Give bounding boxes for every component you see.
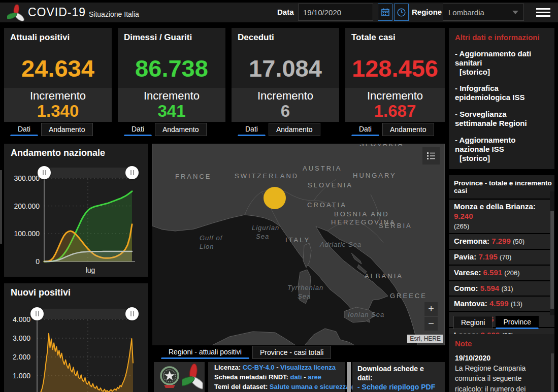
range-slider-handle-right[interactable] <box>125 166 139 179</box>
card-title: Attuali positivi <box>4 28 112 43</box>
tab-province-casi-totali[interactable]: Province - casi totali <box>252 346 331 359</box>
link-aggiornamento-nazionale-iss[interactable]: - Aggiornamento nazionale ISS <box>455 136 548 154</box>
link-storico[interactable]: [storico] <box>455 68 548 76</box>
temi-salute-link[interactable]: Salute umana e sicurezza <box>270 383 350 390</box>
protezione-civile-logo-icon <box>7 5 24 22</box>
chevron-down-icon <box>512 11 518 14</box>
province-value: 6.591 <box>483 268 503 277</box>
tab-regioni[interactable]: Regioni <box>453 316 493 329</box>
province-row[interactable]: Mantova: 4.599 (13) <box>449 296 554 311</box>
note-scrollbar-thumb[interactable] <box>551 353 554 392</box>
data-label: Data <box>277 8 294 16</box>
map-label: ALBANIA <box>365 272 403 280</box>
ytick: 200.000 <box>8 202 40 210</box>
range-slider-handle-right[interactable] <box>125 307 139 320</box>
incremento-label: Incremento <box>4 89 112 103</box>
time-button[interactable] <box>394 4 409 21</box>
tab-andamento[interactable]: Andamento <box>155 123 207 136</box>
tab-andamento[interactable]: Andamento <box>382 123 434 136</box>
date-input[interactable] <box>298 4 373 21</box>
metadati-label: Scheda metadati RNDT: <box>214 373 288 381</box>
ytick: 100.000 <box>8 230 40 238</box>
footer-scrollbar-thumb[interactable] <box>347 362 351 392</box>
map-label: Ionian Sea <box>348 311 384 318</box>
licenza-label: Licenza: <box>214 364 241 371</box>
province-increment: (206) <box>504 269 519 277</box>
time-range-track[interactable] <box>44 168 132 178</box>
app-subtitle: Situazione Italia <box>89 10 139 18</box>
visualizza-licenza-link[interactable]: Visualizza licenza <box>280 364 336 371</box>
card-value: 24.634 <box>4 54 112 82</box>
province-increment: (31) <box>501 285 513 292</box>
card-title: Dimessi / Guariti <box>118 28 225 43</box>
license-link[interactable]: CC-BY-4.0 <box>243 364 275 371</box>
province-row[interactable]: Monza e della Brianza: 9.240 (265) <box>449 199 554 233</box>
map-label: Gulf of <box>200 234 222 242</box>
zoom-out-button[interactable]: − <box>424 317 438 331</box>
link-infografica-iss[interactable]: - Infografica epidemiologica ISS <box>455 84 548 102</box>
map-label: FRANCE <box>175 173 211 180</box>
region-select-value: Lombardia <box>448 8 484 17</box>
calendar-button[interactable] <box>378 4 392 21</box>
map-label: Ligurian <box>252 224 279 232</box>
metadati-aree-link[interactable]: aree <box>308 373 321 381</box>
calendar-icon <box>381 8 389 16</box>
province-row[interactable]: Cremona: 7.299 (50) <box>449 233 554 249</box>
map-label: Sea <box>298 292 311 300</box>
map-view[interactable]: FRANCE SWITZERLAND AUSTRIA HUNGARY SLOVE… <box>152 144 445 345</box>
map-label: HUNGARY <box>353 172 397 179</box>
altri-dati-panel: Altri dati e informazioni - Aggiornament… <box>449 28 554 169</box>
xtick-lug: lug <box>80 266 101 274</box>
map-label: SWITZERLAND <box>235 172 299 180</box>
link-aggiornamento-dati-sanitari[interactable]: - Aggiornamento dati sanitari <box>455 49 548 68</box>
footer-logos <box>154 362 205 392</box>
card-attuali-tabs: Dati Andamento <box>10 123 93 137</box>
lombardia-bubble[interactable] <box>264 187 286 209</box>
metadati-dati-link[interactable]: dati <box>290 373 302 381</box>
province-row[interactable]: Pavia: 7.195 (70) <box>449 249 554 265</box>
map-label: ITALY <box>285 236 310 244</box>
province-panel: Province - totale e incremento casi Monz… <box>449 175 554 315</box>
zoom-in-button[interactable]: + <box>424 302 438 316</box>
ytick: 1.000 <box>4 372 30 380</box>
page-scrollbar-thumb[interactable] <box>0 170 2 244</box>
region-select[interactable]: Lombardia <box>443 4 524 21</box>
legend-list-icon <box>426 151 436 160</box>
range-slider-handle-left[interactable] <box>38 166 51 179</box>
province-increment: (265) <box>454 222 469 230</box>
ytick: 3.000 <box>4 334 30 342</box>
ytick: 4.000 <box>4 315 30 323</box>
incremento-label: Incremento <box>232 89 339 103</box>
range-slider-handle-left[interactable] <box>30 307 44 320</box>
card-totale-casi: Totale casi 128.456 Incremento 1.687 <box>345 28 445 122</box>
nuovi-positivi-panel: Nuovi positivi 4.000 3.000 2.000 1.000 <box>4 283 148 392</box>
card-dimessi-guariti: Dimessi / Guariti 86.738 Incremento 341 <box>118 28 225 122</box>
tab-andamento[interactable]: Andamento <box>41 123 93 136</box>
map-label: Tyrrhenian <box>287 284 323 291</box>
time-range-track[interactable] <box>37 309 133 319</box>
province-name: Varese: <box>454 268 481 277</box>
schede-riepilogo-pdf-link[interactable]: - Schede riepilogo PDF <box>357 382 445 391</box>
legend-button[interactable] <box>422 147 440 165</box>
tab-dati[interactable]: Dati <box>238 123 266 136</box>
tab-dati[interactable]: Dati <box>10 123 38 136</box>
map-label: Lion <box>200 243 214 250</box>
tab-andamento[interactable]: Andamento <box>269 123 320 136</box>
province-scrollbar-thumb[interactable] <box>550 211 554 309</box>
province-row[interactable]: Varese: 6.591 (206) <box>449 265 554 280</box>
map-label: SERBIA <box>379 222 412 230</box>
province-name: Monza e della Brianza: <box>454 202 536 211</box>
province-row[interactable]: Como: 5.594 (31) <box>449 280 554 296</box>
note-title: Note <box>455 339 548 348</box>
card-value: 128.456 <box>345 54 445 82</box>
download-title-line1: Download schede e <box>357 364 445 373</box>
tab-province[interactable]: Province <box>496 316 538 329</box>
link-storico[interactable]: [storico] <box>455 154 548 162</box>
menu-button[interactable] <box>534 6 552 19</box>
tab-dati[interactable]: Dati <box>351 123 379 136</box>
card-deceduti: Deceduti 17.084 Incremento 6 <box>232 28 339 122</box>
tab-dati[interactable]: Dati <box>124 123 152 136</box>
tab-regioni-attuali-positivi[interactable]: Regioni - attuali positivi <box>161 346 249 359</box>
link-sorveglianza-regioni[interactable]: - Sorveglianza settimanale Regioni <box>455 110 548 128</box>
clock-icon <box>397 8 406 17</box>
